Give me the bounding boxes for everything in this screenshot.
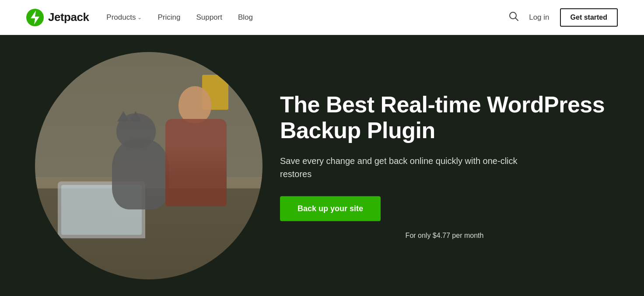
header: Jetpack Products ⌄ Pricing Support Blog … <box>0 0 644 35</box>
hero-subtitle: Save every change and get back online qu… <box>280 154 525 181</box>
support-label: Support <box>196 13 222 22</box>
hero-section: The Best Real-time WordPress Backup Plug… <box>0 35 644 296</box>
person-shape <box>152 86 240 239</box>
hero-title: The Best Real-time WordPress Backup Plug… <box>280 91 609 144</box>
nav-support[interactable]: Support <box>196 10 222 25</box>
person-head <box>178 86 211 123</box>
price-note: For only $4.77 per month <box>280 232 609 240</box>
nav-products[interactable]: Products ⌄ <box>106 10 142 25</box>
person-body <box>165 119 227 206</box>
cta-container: Back up your site For only $4.77 per mon… <box>280 196 609 240</box>
hero-illustration <box>35 52 262 279</box>
nav-blog[interactable]: Blog <box>238 10 253 25</box>
svg-point-2 <box>510 12 516 19</box>
logo-text: Jetpack <box>48 10 89 24</box>
main-nav: Products ⌄ Pricing Support Blog <box>106 10 509 25</box>
nav-pricing[interactable]: Pricing <box>158 10 180 25</box>
header-right: Log in Get started <box>509 8 618 27</box>
products-label: Products <box>106 13 136 22</box>
hero-content: The Best Real-time WordPress Backup Plug… <box>280 91 644 240</box>
cta-button[interactable]: Back up your site <box>280 196 381 221</box>
get-started-button[interactable]: Get started <box>560 8 618 27</box>
search-icon[interactable] <box>509 11 518 23</box>
jetpack-logo-icon <box>26 9 44 26</box>
blog-label: Blog <box>238 13 253 22</box>
logo-link[interactable]: Jetpack <box>26 9 89 26</box>
chevron-down-icon: ⌄ <box>137 14 142 21</box>
login-link[interactable]: Log in <box>529 13 549 22</box>
hero-image <box>35 52 262 279</box>
pricing-label: Pricing <box>158 13 180 22</box>
svg-line-3 <box>516 18 518 21</box>
